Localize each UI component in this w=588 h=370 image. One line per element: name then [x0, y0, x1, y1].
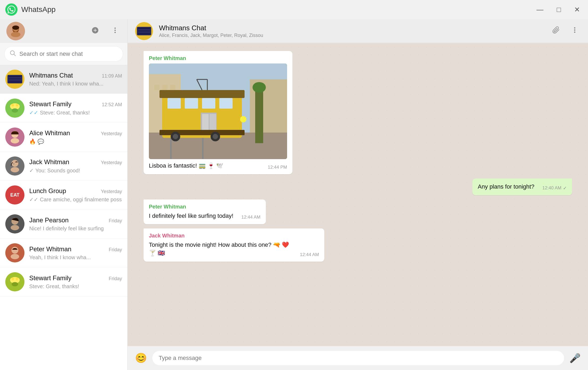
chat-item-peter[interactable]: Peter Whitman Friday Yeah, I think I kno…	[0, 239, 127, 267]
chat-time-lunch: Yesterday	[101, 189, 122, 194]
chat-item-whitmans[interactable]: Whitmans Chat 11:09 AM Ned: Yeah, I thin…	[0, 65, 127, 94]
chat-item-stewart[interactable]: Stewart Family 12:52 AM ✓✓ Steve: Great,…	[0, 94, 127, 123]
chat-preview-whitmans: Ned: Yeah, I think I know wha...	[29, 81, 122, 87]
chat-time-jack: Yesterday	[101, 160, 122, 165]
svg-rect-76	[255, 90, 263, 143]
app-container: Whitmans Chat 11:09 AM Ned: Yeah, I thin…	[0, 19, 588, 370]
svg-rect-80	[170, 85, 175, 90]
message-2: Any plans for tonight? 12:40 AM ✓	[472, 178, 572, 195]
chat-preview-stewart: ✓✓ Steve: Great, thanks!	[29, 109, 122, 116]
search-icon	[10, 50, 16, 58]
svg-point-28	[11, 167, 19, 172]
chat-name-jane: Jane Pearson	[29, 216, 69, 224]
search-box[interactable]	[4, 46, 123, 62]
chat-preview-stewart2: Steve: Great, thanks!	[29, 283, 122, 290]
close-button[interactable]: ✕	[572, 5, 583, 14]
chat-item-stewart2[interactable]: Stewart Family Friday Steve: Great, than…	[0, 267, 127, 296]
sidebar-more-options-button[interactable]	[109, 24, 121, 38]
svg-rect-65	[202, 114, 209, 133]
messages-area: Peter Whitman	[128, 43, 588, 346]
svg-point-50	[574, 32, 576, 33]
svg-point-34	[11, 247, 18, 254]
title-bar-left: WhatsApp	[5, 3, 56, 16]
svg-point-39	[11, 278, 14, 280]
svg-point-8	[115, 32, 116, 33]
msg-text-4: Tonight is the movie night! How about th…	[149, 241, 292, 257]
chat-time-alice: Yesterday	[101, 131, 122, 137]
chat-input-area: 😊 🎤	[128, 346, 588, 370]
chat-list: Whitmans Chat 11:09 AM Ned: Yeah, I thin…	[0, 65, 127, 370]
svg-point-48	[574, 27, 576, 29]
chat-main: Whitmans Chat Alice, Francis, Jack, Marg…	[128, 19, 588, 370]
search-input[interactable]	[19, 50, 117, 57]
chat-time-whitmans: 11:09 AM	[102, 73, 122, 79]
svg-point-7	[115, 29, 116, 31]
svg-point-72	[240, 116, 246, 122]
svg-point-5	[11, 32, 20, 37]
chat-preview-lunch: ✓✓ Care amiche, oggi finalmente posso	[29, 196, 122, 203]
svg-rect-79	[162, 85, 167, 90]
attach-button[interactable]	[550, 24, 562, 38]
chat-more-options-button[interactable]	[569, 24, 581, 38]
chat-name-alice: Alice Whitman	[29, 129, 70, 137]
svg-point-6	[115, 27, 116, 29]
svg-line-10	[14, 54, 15, 56]
chat-avatar-stewart2	[5, 272, 24, 291]
chat-info-jane: Jane Pearson Friday Nice! I definitely f…	[29, 216, 122, 232]
chat-item-jack[interactable]: Jack Whitman Yesterday ✓ You: Sounds goo…	[0, 152, 127, 181]
chat-header-members: Alice, Francis, Jack, Margot, Peter, Roy…	[159, 33, 544, 38]
chat-avatar-jack	[5, 156, 24, 176]
message-4: Jack Whitman Tonight is the movie night!…	[144, 228, 324, 262]
check-icon-lunch: ✓✓	[29, 196, 38, 203]
message-3: Peter Whitman I definitely feel like sur…	[144, 199, 266, 224]
chat-info-jack: Jack Whitman Yesterday ✓ You: Sounds goo…	[29, 158, 122, 174]
chat-info-whitmans: Whitmans Chat 11:09 AM Ned: Yeah, I thin…	[29, 72, 122, 87]
microphone-button[interactable]: 🎤	[569, 353, 581, 363]
chat-name-stewart: Stewart Family	[29, 100, 72, 108]
svg-point-27	[11, 160, 18, 167]
svg-point-25	[11, 138, 19, 143]
svg-point-4	[12, 25, 19, 30]
msg-time-4: 12:44 AM	[300, 252, 319, 257]
svg-rect-61	[185, 98, 198, 109]
svg-point-77	[253, 82, 266, 93]
chat-avatar-stewart	[5, 99, 24, 118]
chat-info-peter: Peter Whitman Friday Yeah, I think I kno…	[29, 245, 122, 261]
svg-point-69	[173, 134, 178, 139]
svg-point-22	[12, 108, 18, 113]
chat-info-lunch: Lunch Group Yesterday ✓✓ Care amiche, og…	[29, 187, 122, 203]
svg-point-71	[213, 134, 218, 139]
svg-rect-59	[159, 90, 245, 98]
message-input[interactable]	[152, 351, 564, 365]
new-chat-button[interactable]	[89, 24, 101, 38]
svg-point-35	[11, 254, 19, 259]
chat-avatar-peter	[5, 243, 24, 262]
chat-item-alice[interactable]: Alice Whitman Yesterday 🔥 💬	[0, 123, 127, 152]
minimize-button[interactable]: —	[534, 5, 546, 14]
sidebar-header-icons	[89, 24, 121, 38]
single-check-icon: ✓	[29, 167, 34, 174]
chat-name-lunch: Lunch Group	[29, 187, 66, 195]
maximize-button[interactable]: □	[554, 5, 564, 14]
window-controls: — □ ✕	[534, 5, 583, 14]
chat-preview-jane: Nice! I definitely feel like surfing	[29, 226, 122, 232]
chat-info-stewart: Stewart Family 12:52 AM ✓✓ Steve: Great,…	[29, 100, 122, 116]
chat-preview-jack: ✓ You: Sounds good!	[29, 167, 122, 174]
chat-info-stewart2: Stewart Family Friday Steve: Great, than…	[29, 274, 122, 290]
chat-header: Whitmans Chat Alice, Francis, Jack, Marg…	[128, 19, 588, 43]
svg-point-20	[11, 104, 14, 107]
emoji-button[interactable]: 😊	[135, 352, 147, 364]
my-avatar[interactable]	[6, 22, 25, 40]
chat-header-name: Whitmans Chat	[159, 24, 544, 32]
chat-time-peter: Friday	[109, 247, 122, 253]
msg-sender-peter-1: Peter Whitman	[149, 55, 287, 61]
svg-rect-60	[167, 98, 181, 109]
app-title: WhatsApp	[21, 5, 56, 14]
title-bar: WhatsApp — □ ✕	[0, 0, 588, 19]
chat-item-lunch[interactable]: EAT Lunch Group Yesterday ✓✓ Care amiche…	[0, 181, 127, 210]
msg-text-3: I definitely feel like surfing today!	[149, 212, 233, 220]
chat-header-icons	[550, 24, 581, 38]
chat-item-jane[interactable]: Jane Pearson Friday Nice! I definitely f…	[0, 210, 127, 239]
msg-text-1: Lisboa is fantastic! 🚃 🍷 🕊️	[149, 162, 223, 170]
svg-rect-66	[209, 114, 216, 133]
